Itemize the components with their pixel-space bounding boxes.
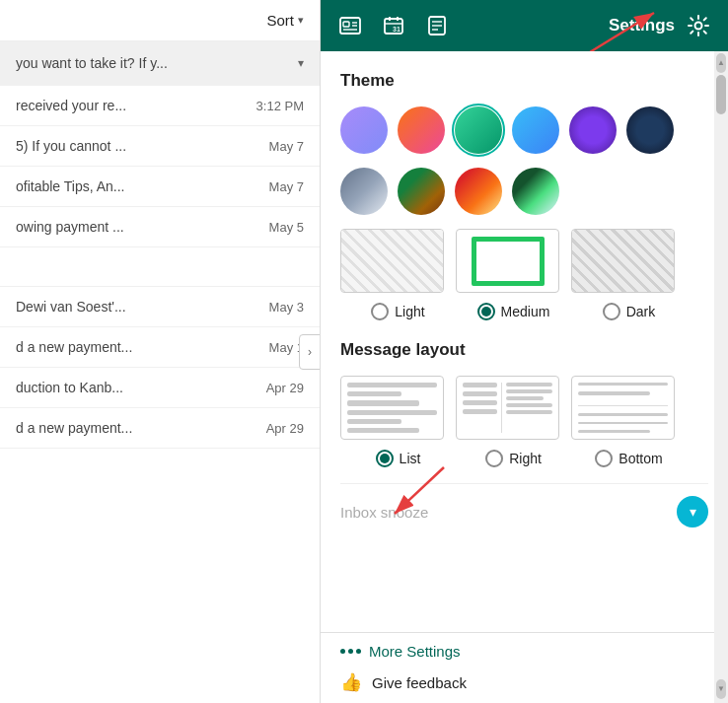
layout-radio-row: List Right Bottom xyxy=(340,450,708,467)
medium-frame xyxy=(472,237,545,286)
radio-list-label: List xyxy=(400,451,421,466)
theme-preview-medium[interactable] xyxy=(456,229,559,293)
more-settings-row[interactable]: More Settings xyxy=(340,643,708,660)
layout-line xyxy=(463,391,497,396)
theme-radio-dark[interactable]: Dark xyxy=(571,303,687,320)
scroll-right-button[interactable]: › xyxy=(299,334,321,370)
layout-preview-bottom[interactable] xyxy=(571,376,675,440)
list-item[interactable]: d a new payment... Apr 29 xyxy=(0,408,320,449)
radio-medium-circle[interactable] xyxy=(477,303,495,320)
email-preview: ofitable Tips, An... xyxy=(16,178,125,194)
layout-preview-list[interactable] xyxy=(340,376,444,440)
theme-preview-dark[interactable] xyxy=(571,229,675,293)
theme-color-orange-pink[interactable] xyxy=(398,106,445,154)
scrollbar-track: ▲ ▼ xyxy=(714,51,728,703)
dot xyxy=(348,649,353,654)
layout-line xyxy=(578,430,650,433)
email-preview: owing payment ... xyxy=(16,219,124,235)
layout-line xyxy=(347,419,401,424)
layout-line xyxy=(578,413,668,416)
email-list: you want to take it? If y... ▾ received … xyxy=(0,41,320,703)
layout-radio-bottom[interactable]: Bottom xyxy=(571,450,687,467)
medium-preview-inner xyxy=(457,230,558,292)
layout-line xyxy=(463,383,497,387)
settings-title: Settings xyxy=(609,16,675,35)
email-preview: 5) If you cannot ... xyxy=(16,138,126,154)
light-preview-inner xyxy=(341,230,443,292)
layout-line xyxy=(463,400,497,405)
radio-list-circle[interactable] xyxy=(376,450,394,467)
list-item[interactable]: owing payment ... May 5 xyxy=(0,207,320,247)
expand-icon: ▾ xyxy=(298,56,304,70)
email-preview: d a new payment... xyxy=(16,339,132,355)
scroll-up-button[interactable]: ▲ xyxy=(716,53,726,73)
theme-section-title: Theme xyxy=(340,71,708,91)
sort-button[interactable]: Sort ▾ xyxy=(266,12,304,29)
bottom-panel: More Settings 👍 Give feedback xyxy=(321,632,728,703)
layout-line xyxy=(347,400,419,405)
layout-line xyxy=(347,391,401,396)
calendar-icon[interactable]: 31 xyxy=(380,12,407,39)
layout-line xyxy=(506,403,552,407)
message-layout-title: Message layout xyxy=(340,340,708,360)
email-date: 3:12 PM xyxy=(256,99,304,113)
notes-icon[interactable] xyxy=(423,12,451,39)
theme-photo-forest[interactable] xyxy=(398,168,445,215)
list-item[interactable] xyxy=(0,247,320,287)
inbox-snooze-row: Inbox snooze ▾ xyxy=(340,483,708,539)
radio-right-circle[interactable] xyxy=(485,450,503,467)
email-date: Apr 29 xyxy=(266,421,304,436)
layout-preview-right[interactable] xyxy=(456,376,559,440)
list-item[interactable]: d a new payment... May 1 xyxy=(0,327,320,368)
theme-color-deep-purple[interactable] xyxy=(569,106,617,154)
dot xyxy=(356,649,361,654)
theme-color-blue[interactable] xyxy=(512,106,559,154)
feedback-row[interactable]: 👍 Give feedback xyxy=(340,671,708,693)
theme-photo-sunset[interactable] xyxy=(455,168,502,215)
radio-bottom-circle[interactable] xyxy=(595,450,613,467)
more-settings-label: More Settings xyxy=(369,643,461,660)
scroll-down-button[interactable]: ▼ xyxy=(716,679,726,699)
inbox-snooze-label: Inbox snooze xyxy=(340,504,428,521)
theme-radio-medium[interactable]: Medium xyxy=(456,303,571,320)
snooze-expand-button[interactable]: ▾ xyxy=(677,496,708,527)
theme-photo-mountains[interactable] xyxy=(340,168,388,215)
dot xyxy=(340,649,345,654)
radio-medium-label: Medium xyxy=(501,304,550,319)
theme-color-row xyxy=(340,106,708,154)
scrollbar-thumb[interactable] xyxy=(716,75,726,114)
list-item[interactable]: ofitable Tips, An... May 7 xyxy=(0,167,320,207)
layout-line xyxy=(347,383,437,387)
theme-color-green[interactable] xyxy=(455,106,502,154)
sort-bar: Sort ▾ xyxy=(0,0,320,41)
radio-light-circle[interactable] xyxy=(371,303,389,320)
radio-dark-circle[interactable] xyxy=(603,303,620,320)
list-item[interactable]: duction to Kanb... Apr 29 xyxy=(0,368,320,408)
list-item[interactable]: 5) If you cannot ... May 7 xyxy=(0,126,320,167)
layout-line xyxy=(347,410,437,415)
theme-preview-light[interactable] xyxy=(340,229,444,293)
email-date: Apr 29 xyxy=(266,381,304,395)
layout-radio-list[interactable]: List xyxy=(340,450,456,467)
settings-title-area: Settings xyxy=(609,12,712,39)
radio-light-label: Light xyxy=(395,304,424,319)
theme-preview-row xyxy=(340,229,708,293)
layout-line xyxy=(463,409,497,414)
theme-radio-light[interactable]: Light xyxy=(340,303,456,320)
list-item[interactable]: received your re... 3:12 PM xyxy=(0,86,320,126)
gear-icon[interactable] xyxy=(685,12,712,39)
theme-color-dark-navy[interactable] xyxy=(626,106,674,154)
sort-chevron-icon: ▾ xyxy=(298,14,304,27)
list-item[interactable]: you want to take it? If y... ▾ xyxy=(0,41,320,86)
svg-text:31: 31 xyxy=(393,26,400,33)
theme-photo-lake[interactable] xyxy=(512,168,559,215)
email-preview: you want to take it? If y... xyxy=(16,55,168,71)
theme-color-purple[interactable] xyxy=(340,106,388,154)
email-date: May 5 xyxy=(269,220,304,235)
layout-line xyxy=(578,391,650,394)
contact-card-icon[interactable] xyxy=(336,12,364,39)
layout-radio-right[interactable]: Right xyxy=(456,450,571,467)
list-item[interactable]: Dewi van Soest'... May 3 xyxy=(0,287,320,327)
settings-content: Theme xyxy=(321,51,728,632)
email-preview: received your re... xyxy=(16,98,126,113)
